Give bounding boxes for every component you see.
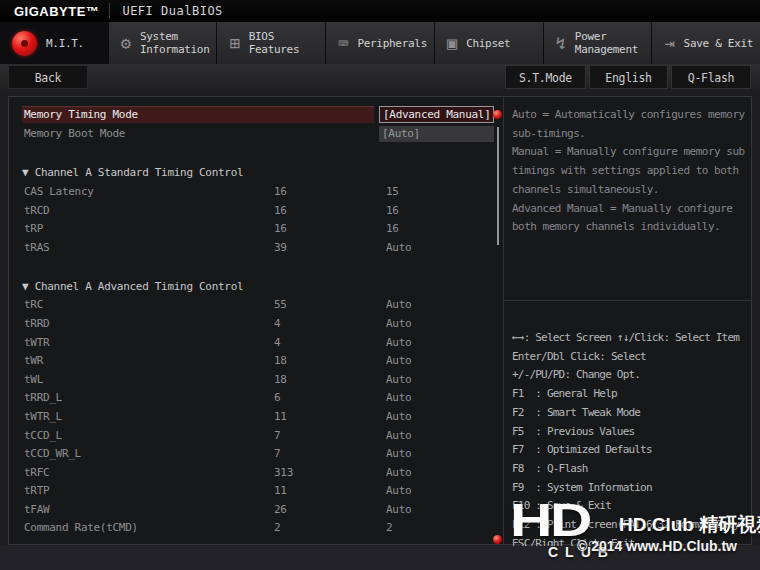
st-mode-button[interactable]: S.T.Mode — [505, 65, 586, 89]
timing-row[interactable]: tWTR 4 Auto — [15, 334, 497, 353]
timing-row[interactable]: tCCD_L 7 Auto — [15, 427, 497, 446]
timing-value-setting: Auto — [386, 427, 411, 446]
selected-setting-label[interactable]: Memory Timing Mode — [22, 106, 374, 123]
power-lightning-icon: ↯ — [556, 35, 566, 52]
timing-value-setting: Auto — [386, 464, 411, 483]
timing-value-setting: Auto — [386, 239, 411, 258]
timing-value-setting: Auto — [386, 501, 411, 520]
timing-value-setting: Auto — [386, 389, 411, 408]
tab[interactable]: ⇥ Save & Exit — [652, 22, 760, 64]
tab-label: Power Management — [575, 30, 638, 56]
tab[interactable]: ↯ Power Management — [544, 22, 653, 64]
timing-value-current: 11 — [274, 408, 287, 427]
scroll-up-indicator-icon — [493, 110, 502, 119]
tab[interactable]: ⚙ System Information — [109, 22, 218, 64]
help-line: Auto = Automatically configures memory — [512, 106, 748, 125]
timing-value-setting: 15 — [386, 183, 399, 202]
timing-value-current: 18 — [274, 352, 287, 371]
key-legend-panel: ←→: Select Screen ↑↓/Click: Select Item … — [512, 329, 750, 553]
timing-label: tWTR — [24, 334, 49, 353]
help-line: sub-timings. — [512, 125, 748, 144]
timing-value-current: 7 — [274, 445, 280, 464]
timing-row[interactable]: Command Rate(tCMD) 2 2 — [15, 519, 497, 538]
timing-value-current: 39 — [274, 239, 287, 258]
tab-label: System Information — [140, 30, 210, 56]
tab-label: Peripherals — [357, 37, 427, 50]
timing-row[interactable]: tRTP 11 Auto — [15, 482, 497, 501]
peripherals-icon: ⌨ — [338, 35, 348, 52]
timing-value-current: 4 — [274, 315, 280, 334]
timing-label: tWTR_L — [24, 408, 62, 427]
timing-value-current: 6 — [274, 389, 280, 408]
gear-icon: ⚙ — [121, 35, 131, 52]
back-button[interactable]: Back — [8, 65, 88, 89]
key-hint-line: F1 : General Help — [512, 385, 750, 404]
timing-value-current: 16 — [274, 183, 287, 202]
timing-row[interactable] — [15, 257, 497, 277]
timing-label: tRC — [24, 296, 43, 315]
timing-row[interactable]: tRAS 39 Auto — [15, 239, 497, 258]
main-panel: Memory Timing Mode [Advanced Manual] Mem… — [8, 96, 752, 545]
q-flash-button[interactable]: Q-Flash — [671, 65, 751, 89]
timing-value-current: 26 — [274, 501, 287, 520]
help-panel: Auto = Automatically configures memory s… — [512, 106, 748, 237]
tab-label: BIOS Features — [249, 30, 300, 56]
tab[interactable]: ⊞ BIOS Features — [217, 22, 326, 64]
timing-value-setting: 16 — [386, 220, 399, 239]
timing-value-current: 11 — [274, 482, 287, 501]
timing-row[interactable]: tRRD_L 6 Auto — [15, 389, 497, 408]
setting-value[interactable]: [Auto] — [379, 126, 494, 142]
tab[interactable]: ▣ Chipset — [435, 22, 544, 64]
tab-bar: M.I.T. ⚙ System Information ⊞ BIOS Featu… — [0, 22, 760, 64]
timing-row[interactable]: CAS Latency 16 15 — [15, 183, 497, 202]
bios-screen: GIGABYTE™ UEFI DualBIOS M.I.T. ⚙ System … — [0, 0, 760, 570]
timing-value-setting: Auto — [386, 315, 411, 334]
chipset-icon: ▣ — [447, 35, 457, 52]
timing-row[interactable]: ▼ Channel A Advanced Timing Control — [15, 278, 497, 297]
scrollbar-thumb[interactable] — [497, 127, 499, 245]
timing-row[interactable]: ▼ Channel A Standard Timing Control — [15, 164, 497, 183]
tab-label: Chipset — [466, 37, 510, 50]
timing-label: tWL — [24, 371, 43, 390]
key-hint-line: F8 : Q-Flash — [512, 460, 750, 479]
sub-bar: Back S.T.Mode English Q-Flash — [0, 64, 760, 90]
gigabyte-logo: GIGABYTE™ — [0, 4, 99, 19]
timing-label: tCCD_L — [24, 427, 62, 446]
timing-value-setting: Auto — [386, 334, 411, 353]
timing-label: tRCD — [24, 202, 49, 221]
language-button[interactable]: English — [589, 65, 668, 89]
settings-list: Memory Timing Mode [Advanced Manual] Mem… — [15, 106, 497, 538]
timing-row[interactable]: tRCD 16 16 — [15, 202, 497, 221]
timing-row[interactable]: tCCD_WR_L 7 Auto — [15, 445, 497, 464]
setting-label: Memory Boot Mode — [24, 125, 125, 142]
bottom-strip — [0, 546, 760, 570]
timing-row[interactable]: tWTR_L 11 Auto — [15, 408, 497, 427]
timing-label: Command Rate(tCMD) — [24, 519, 138, 538]
tab[interactable]: ⌨ Peripherals — [326, 22, 435, 64]
timing-label: ▼ Channel A Standard Timing Control — [22, 164, 243, 183]
timing-row[interactable] — [15, 144, 497, 164]
timing-row[interactable]: tRC 55 Auto — [15, 296, 497, 315]
scroll-down-indicator-icon — [493, 535, 502, 544]
timing-label: tRFC — [24, 464, 49, 483]
timing-row[interactable]: tWR 18 Auto — [15, 352, 497, 371]
timing-value-setting: Auto — [386, 352, 411, 371]
timing-row[interactable]: tRFC 313 Auto — [15, 464, 497, 483]
timing-row[interactable]: tRRD 4 Auto — [15, 315, 497, 334]
timing-label: tRAS — [24, 239, 49, 258]
setting-row-memory-boot-mode[interactable]: Memory Boot Mode [Auto] — [15, 125, 497, 144]
key-hint-line: F5 : Previous Values — [512, 423, 750, 442]
timing-label: tCCD_WR_L — [24, 445, 81, 464]
selected-setting-value[interactable]: [Advanced Manual] — [379, 106, 494, 123]
timing-row[interactable]: tRP 16 16 — [15, 220, 497, 239]
timing-row[interactable]: tFAW 26 Auto — [15, 501, 497, 520]
key-hint-line: +/-/PU/PD: Change Opt. — [512, 366, 750, 385]
timing-row[interactable]: tWL 18 Auto — [15, 371, 497, 390]
timing-value-setting: 16 — [386, 202, 399, 221]
key-hint-line: F9 : System Information — [512, 479, 750, 498]
setting-row-memory-timing-mode[interactable]: Memory Timing Mode [Advanced Manual] — [15, 106, 497, 125]
tab[interactable]: M.I.T. — [0, 22, 109, 64]
timing-value-setting: Auto — [386, 445, 411, 464]
key-hint-line: Enter/Dbl Click: Select — [512, 348, 750, 367]
help-line: both memory channels individually. — [512, 218, 748, 237]
